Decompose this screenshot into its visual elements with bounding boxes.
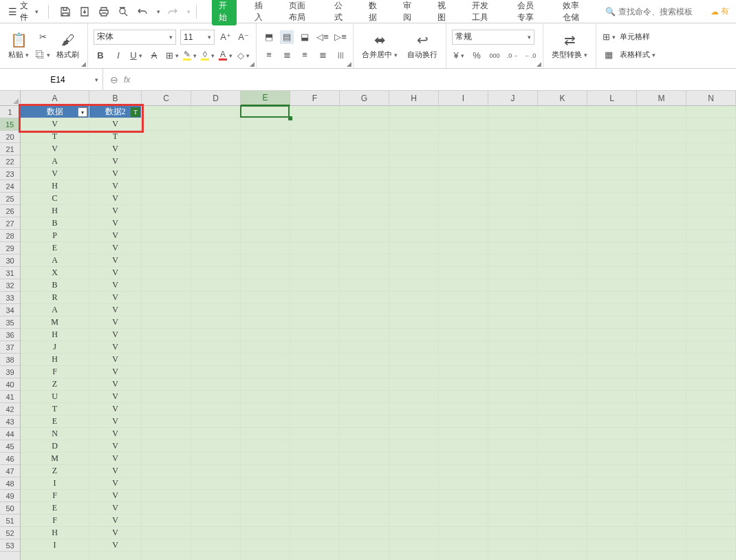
cell[interactable] (340, 440, 389, 453)
cell[interactable] (241, 106, 290, 118)
tab-视图[interactable]: 视图 (432, 0, 454, 26)
cell[interactable] (191, 416, 241, 428)
cell[interactable] (389, 131, 439, 143)
cell[interactable] (686, 378, 736, 391)
cell[interactable] (686, 502, 736, 515)
cell[interactable] (587, 316, 637, 329)
cell[interactable] (290, 527, 340, 539)
row-header-43[interactable]: 43 (0, 416, 21, 428)
row-header-15[interactable]: 15 (0, 118, 21, 131)
cell[interactable] (538, 155, 587, 168)
cell[interactable] (637, 453, 686, 465)
cell[interactable] (290, 255, 340, 267)
cell[interactable] (389, 205, 439, 217)
cell[interactable] (389, 230, 439, 242)
select-all-corner[interactable] (0, 91, 21, 106)
cell[interactable] (142, 416, 191, 428)
cell[interactable]: Z (21, 465, 89, 477)
cell[interactable] (439, 217, 488, 230)
cell[interactable]: V (89, 428, 142, 440)
cell[interactable] (191, 180, 241, 193)
cell[interactable] (290, 205, 340, 217)
cell[interactable] (241, 341, 290, 354)
cell[interactable] (488, 490, 538, 502)
cell[interactable] (439, 552, 488, 560)
row-header-20[interactable]: 20 (0, 131, 21, 143)
cell[interactable] (488, 292, 538, 304)
cell[interactable] (637, 502, 686, 515)
filter-button[interactable]: ▾ (78, 107, 87, 117)
tab-效率仓储[interactable]: 效率仓储 (557, 0, 590, 26)
cell[interactable]: R (21, 292, 89, 304)
cell[interactable] (389, 316, 439, 329)
cell[interactable]: V (21, 143, 89, 155)
cell[interactable] (538, 403, 587, 416)
cell[interactable] (389, 193, 439, 205)
cell[interactable] (439, 205, 488, 217)
cell[interactable] (142, 267, 191, 279)
cell[interactable] (290, 168, 340, 180)
cell[interactable] (488, 477, 538, 490)
undo-dropdown-icon[interactable]: ▾ (157, 8, 160, 15)
cell[interactable] (439, 354, 488, 366)
cell[interactable] (340, 230, 389, 242)
cell[interactable]: V (89, 205, 142, 217)
cell[interactable] (290, 539, 340, 552)
print-button[interactable] (97, 5, 111, 19)
cell[interactable] (538, 118, 587, 131)
cell[interactable] (241, 193, 290, 205)
cell[interactable] (488, 255, 538, 267)
cell[interactable] (488, 391, 538, 403)
cell[interactable] (241, 180, 290, 193)
cell[interactable]: V (89, 143, 142, 155)
align-center-button[interactable]: ≣ (280, 48, 294, 62)
cell[interactable]: V (89, 230, 142, 242)
cell[interactable] (142, 366, 191, 378)
row-header-44[interactable]: 44 (0, 428, 21, 440)
redo-dropdown-icon[interactable]: ▾ (187, 8, 191, 15)
cell[interactable] (488, 366, 538, 378)
table-style-label[interactable]: 表格样式▾ (620, 50, 656, 60)
cell[interactable] (637, 267, 686, 279)
cell[interactable]: H (21, 205, 89, 217)
cell[interactable] (290, 354, 340, 366)
cell[interactable]: V (89, 378, 142, 391)
column-header-D[interactable]: D (191, 91, 241, 106)
cell[interactable] (587, 217, 637, 230)
cell[interactable]: V (89, 155, 142, 168)
column-header-G[interactable]: G (340, 91, 389, 106)
cell[interactable] (142, 354, 191, 366)
cell[interactable] (191, 527, 241, 539)
cells-area[interactable]: 数据▾数据2TVVTTVVAVVVHVCVHVBVPVEVAVXVBVRVAVM… (21, 106, 736, 560)
alignment-dialog-launcher[interactable]: ◢ (347, 61, 351, 67)
cell[interactable]: V (89, 502, 142, 515)
currency-button[interactable]: ¥▾ (452, 49, 466, 63)
cell[interactable] (587, 131, 637, 143)
row-header-21[interactable]: 21 (0, 143, 21, 155)
cell[interactable] (439, 341, 488, 354)
cell[interactable] (340, 515, 389, 527)
cell[interactable] (686, 428, 736, 440)
cell[interactable] (340, 465, 389, 477)
cell[interactable] (290, 329, 340, 341)
cell[interactable] (340, 329, 389, 341)
cell[interactable] (439, 465, 488, 477)
cell[interactable] (686, 292, 736, 304)
cell[interactable] (142, 118, 191, 131)
cell[interactable] (142, 143, 191, 155)
cell[interactable] (538, 193, 587, 205)
cell[interactable] (290, 217, 340, 230)
cell[interactable] (538, 552, 587, 560)
cell[interactable] (488, 155, 538, 168)
cell[interactable] (637, 168, 686, 180)
column-header-F[interactable]: F (290, 91, 340, 106)
undo-button[interactable] (136, 5, 149, 19)
cell[interactable] (191, 304, 241, 316)
percent-button[interactable]: % (470, 49, 484, 63)
cell[interactable] (191, 230, 241, 242)
border-button[interactable]: ⊞▾ (165, 49, 179, 63)
cell[interactable] (142, 391, 191, 403)
cell[interactable] (488, 403, 538, 416)
cell[interactable] (142, 428, 191, 440)
cell[interactable]: V (89, 465, 142, 477)
